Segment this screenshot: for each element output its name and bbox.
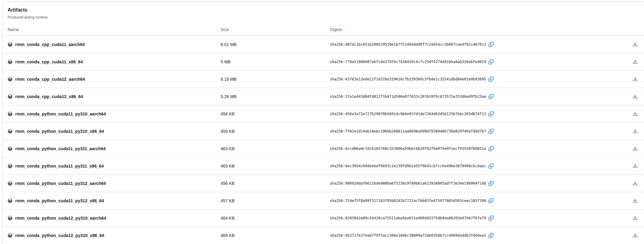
table-row: rmm_conda_cpp_cuda11_x86_64 5 MB sha256:… bbox=[3, 53, 644, 70]
download-icon bbox=[633, 94, 638, 99]
copy-digest-button[interactable] bbox=[489, 198, 493, 203]
artifact-name-cell: rmm_conda_python_cuda11_py310_x86_64 bbox=[8, 129, 221, 134]
download-artifact-button[interactable] bbox=[633, 94, 638, 99]
artifact-digest-cell: sha256:37a1e443d84fd812f1b471d506e077633… bbox=[330, 94, 493, 99]
download-icon bbox=[633, 146, 638, 151]
table-row: rmm_conda_python_cuda11_py310_x86_64 459… bbox=[3, 122, 644, 140]
download-icon bbox=[633, 77, 638, 82]
download-artifact-button[interactable] bbox=[633, 146, 638, 151]
download-artifact-button[interactable] bbox=[633, 198, 638, 203]
download-artifact-button[interactable] bbox=[633, 59, 638, 64]
download-artifact-button[interactable] bbox=[633, 216, 638, 221]
download-icon bbox=[633, 42, 638, 47]
artifact-name-cell: rmm_conda_cpp_cuda12_x86_64 bbox=[8, 94, 221, 99]
artifact-digest: sha256:6ec3054cb0deebaf0693c2e139fd9b1a5… bbox=[330, 164, 486, 168]
copy-icon bbox=[489, 77, 493, 82]
download-artifact-button[interactable] bbox=[633, 111, 638, 116]
copy-icon bbox=[489, 146, 493, 151]
package-icon bbox=[8, 94, 12, 99]
artifact-size: 5.26 MB bbox=[221, 94, 330, 99]
page-subtitle: Produced during runtime bbox=[8, 15, 640, 20]
copy-digest-button[interactable] bbox=[489, 216, 493, 221]
artifact-digest-cell: sha256:d87dc1bc651b208529539e1b7f5149ddd… bbox=[330, 42, 493, 47]
artifact-size: 463 KB bbox=[221, 146, 330, 151]
copy-digest-button[interactable] bbox=[489, 77, 493, 82]
copy-icon bbox=[489, 233, 493, 238]
download-artifact-button[interactable] bbox=[633, 42, 638, 47]
download-artifact-button[interactable] bbox=[633, 164, 638, 168]
package-icon bbox=[8, 77, 12, 82]
artifact-name-cell: rmm_conda_python_cuda11_py312_aarch64 bbox=[8, 181, 221, 186]
copy-digest-button[interactable] bbox=[489, 233, 493, 238]
table-row: rmm_conda_cpp_cuda11_aarch64 6.01 MB sha… bbox=[3, 36, 644, 53]
copy-digest-button[interactable] bbox=[489, 164, 493, 168]
download-artifact-button[interactable] bbox=[633, 129, 638, 134]
copy-digest-button[interactable] bbox=[489, 94, 493, 99]
artifact-digest: sha256:724ef5f8a99f3171b3f95b82d2b7722ac… bbox=[330, 199, 486, 203]
artifact-digest-cell: sha256:778a51866087abfcda379f4c7436420c4… bbox=[330, 59, 493, 64]
artifact-digest-cell: sha256:8203842e89c54426ca75521aba9ea031e… bbox=[330, 216, 493, 221]
copy-icon bbox=[489, 42, 493, 47]
package-icon bbox=[8, 216, 12, 221]
copy-digest-button[interactable] bbox=[489, 42, 493, 47]
table-row: rmm_conda_python_cuda11_py312_x86_64 457… bbox=[3, 192, 644, 209]
package-icon bbox=[8, 233, 12, 238]
artifact-digest-cell: sha256:980928daf6621bde9880a6f5338c9f80b… bbox=[330, 181, 493, 186]
artifact-digest-cell: sha256:724ef5f8a99f3171b3f95b82d2b7722ac… bbox=[330, 198, 493, 203]
download-artifact-button[interactable] bbox=[633, 181, 638, 186]
artifact-size: 5 MB bbox=[221, 59, 330, 64]
download-artifact-button[interactable] bbox=[633, 233, 638, 238]
artifact-digest: sha256:d56a3a72e727b298f8b5691dc9b6e037d… bbox=[330, 112, 486, 116]
package-icon bbox=[8, 129, 12, 134]
copy-digest-button[interactable] bbox=[489, 146, 493, 151]
copy-icon bbox=[489, 129, 493, 134]
artifact-digest: sha256:980928daf6621bde9880a6f5338c9f80b… bbox=[330, 181, 486, 186]
copy-digest-button[interactable] bbox=[489, 111, 493, 116]
package-icon bbox=[8, 111, 12, 116]
artifact-digest: sha256:43763e12ede12f1d328a329616cfb3393… bbox=[330, 77, 486, 81]
artifact-size: 457 KB bbox=[221, 198, 330, 203]
artifacts-table-body: rmm_conda_cpp_cuda11_aarch64 6.01 MB sha… bbox=[3, 36, 644, 244]
artifact-name: rmm_conda_python_cuda12_py310_aarch64 bbox=[15, 216, 106, 221]
download-artifact-button[interactable] bbox=[633, 77, 638, 82]
artifact-size: 6.19 MB bbox=[221, 77, 330, 82]
copy-icon bbox=[489, 94, 493, 99]
table-row: rmm_conda_python_cuda11_py310_aarch64 45… bbox=[3, 105, 644, 122]
artifact-name: rmm_conda_cpp_cuda11_x86_64 bbox=[15, 59, 83, 64]
download-icon bbox=[633, 181, 638, 186]
copy-icon bbox=[489, 198, 493, 203]
artifact-name: rmm_conda_cpp_cuda12_x86_64 bbox=[15, 94, 83, 99]
artifact-size: 458 KB bbox=[221, 111, 330, 116]
download-icon bbox=[633, 111, 638, 116]
copy-icon bbox=[489, 59, 493, 64]
artifact-digest-cell: sha256:6ec3054cb0deebaf0693c2e139fd9b1a5… bbox=[330, 164, 493, 168]
column-header-digest: Digest bbox=[330, 27, 342, 32]
copy-icon bbox=[489, 216, 493, 221]
artifact-name-cell: rmm_conda_python_cuda12_py310_aarch64 bbox=[8, 216, 221, 221]
package-icon bbox=[8, 198, 12, 203]
table-row: rmm_conda_python_cuda11_py311_aarch64 46… bbox=[3, 140, 644, 157]
package-icon bbox=[8, 146, 12, 151]
table-row: rmm_conda_python_cuda11_py312_aarch64 45… bbox=[3, 175, 644, 192]
artifact-digest-cell: sha256:d56a3a72e727b298f8b5691dc9b6e037d… bbox=[330, 111, 493, 116]
download-icon bbox=[633, 233, 638, 238]
copy-digest-button[interactable] bbox=[489, 129, 493, 134]
artifact-name: rmm_conda_python_cuda11_py311_aarch64 bbox=[15, 146, 106, 151]
package-icon bbox=[8, 59, 12, 64]
artifact-digest: sha256:ff81e1d14ab18e8c196bb288811aa0698… bbox=[330, 129, 486, 133]
artifacts-card: Artifacts Produced during runtime Name S… bbox=[2, 1, 644, 244]
artifacts-card-header: Artifacts Produced during runtime bbox=[3, 2, 644, 20]
table-row: rmm_conda_python_cuda12_py310_x86_64 469… bbox=[3, 227, 644, 244]
artifact-digest-cell: sha256:ff81e1d14ab18e8c196bb288811aa0698… bbox=[330, 129, 493, 134]
artifact-digest-cell: sha256:4b371fe2fead7f9f5acc366e184bc3880… bbox=[330, 233, 493, 238]
copy-digest-button[interactable] bbox=[489, 59, 493, 64]
table-row: rmm_conda_cpp_cuda12_x86_64 5.26 MB sha2… bbox=[3, 88, 644, 105]
copy-digest-button[interactable] bbox=[489, 181, 493, 186]
artifact-name-cell: rmm_conda_python_cuda12_py310_x86_64 bbox=[8, 233, 221, 238]
download-icon bbox=[633, 198, 638, 203]
artifact-name: rmm_conda_python_cuda11_py312_x86_64 bbox=[15, 198, 104, 203]
artifact-name: rmm_conda_cpp_cuda12_aarch64 bbox=[15, 77, 85, 82]
copy-icon bbox=[489, 181, 493, 186]
artifact-name: rmm_conda_python_cuda11_py310_aarch64 bbox=[15, 111, 106, 116]
artifact-size: 456 KB bbox=[221, 181, 330, 186]
